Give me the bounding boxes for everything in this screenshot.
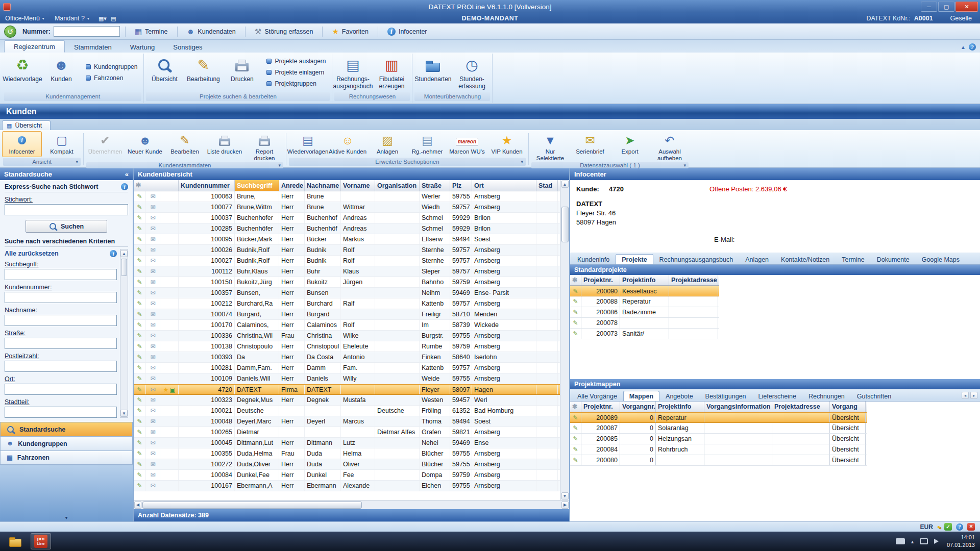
horizontal-scrollbar[interactable]: ◀ ▶: [134, 500, 569, 509]
customer-row[interactable]: ✎✉100048Deyerl,MarcHerrDeyerlMarcusThoma…: [134, 416, 560, 427]
scrollbar-thumb[interactable]: [561, 207, 569, 242]
ribbon-tab-sonstiges[interactable]: Sonstiges: [164, 41, 211, 53]
info-icon[interactable]: i: [121, 183, 128, 190]
scroll-left-icon[interactable]: ◀: [134, 502, 141, 509]
sp-column-projektadresse[interactable]: Projektadresse: [669, 275, 718, 285]
customer-row[interactable]: ✎✉100109Daniels,WillHerrDanielsWillyWeid…: [134, 373, 560, 384]
sidebar-nav-standardsuche[interactable]: Standardsuche: [0, 422, 133, 436]
quickbar-button-favoriten[interactable]: ★Favoriten: [328, 25, 373, 38]
toolbar-button-auswahl-aufheben[interactable]: ↶Auswahl aufheben: [650, 131, 690, 162]
close-icon[interactable]: ✕: [955, 2, 978, 12]
ribbon-button-wiedervorlage[interactable]: ♻Wiedervorlage: [3, 54, 42, 91]
office-menu[interactable]: Office-Menü▾: [0, 13, 50, 23]
infocenter-tab-projekte[interactable]: Projekte: [616, 254, 653, 264]
customer-row[interactable]: ✎✉100112Buhr,KlausHerrBuhrKlausSleper597…: [134, 266, 560, 277]
projektmappen-tab-lieferscheine[interactable]: Lieferscheine: [752, 391, 802, 401]
toolbar-button-neuer-kunde[interactable]: ☻Neuer Kunde: [125, 131, 165, 162]
projektmappen-tab-gutschriften[interactable]: Gutschriften: [851, 391, 897, 401]
scroll-down-icon[interactable]: ▼: [120, 410, 128, 417]
search-field-kundennummer[interactable]: [5, 292, 117, 303]
customer-row[interactable]: ✎✉★▣4720DATEXTFirmaDATEXTFleyer58097Hage…: [134, 384, 560, 395]
mandant-menu[interactable]: Mandant ?▾: [50, 13, 94, 23]
ribbon-tab-regiezentrum[interactable]: Regiezentrum: [4, 40, 65, 53]
row-mail-cell[interactable]: ✉: [146, 277, 160, 287]
toolbar-button-export[interactable]: ➤Export: [610, 131, 650, 162]
row-edit-cell[interactable]: ✎: [134, 256, 146, 266]
row-mail-cell[interactable]: ✉: [146, 223, 160, 234]
ribbon-button-stunden-erfassung[interactable]: ◷Stunden-erfassung: [452, 54, 491, 91]
row-mail-cell[interactable]: ✉: [146, 341, 160, 352]
ribbon-tab-stammdaten[interactable]: Stammdaten: [65, 41, 121, 53]
pm-column-vorgang[interactable]: Vorgang: [830, 402, 866, 412]
customer-row[interactable]: ✎✉100357Bunsen,HerrBunsenNeihm59469Ense-…: [134, 288, 560, 298]
projektmappen-tab-alle-vorgaenge[interactable]: Alle Vorgänge: [571, 391, 623, 401]
row-edit-cell[interactable]: ✎: [134, 266, 146, 277]
row-edit-cell[interactable]: ✎: [134, 309, 146, 319]
customer-row[interactable]: ✎✉100045Dittmann,LutHerrDittmannLutzNehe…: [134, 438, 560, 448]
column-header-plz[interactable]: Plz: [450, 180, 472, 191]
taskbar-proline-button[interactable]: proLine: [31, 533, 51, 549]
row-edit-cell[interactable]: ✎: [134, 298, 146, 309]
row-mail-cell[interactable]: ✉: [146, 234, 160, 244]
sp-config-cell[interactable]: ✱: [570, 275, 581, 285]
row-mail-cell[interactable]: ✉: [146, 373, 160, 384]
row-mail-cell[interactable]: ✉: [146, 309, 160, 319]
column-header-kundennummer[interactable]: Kundennummer: [179, 180, 235, 191]
customer-row[interactable]: ✎✉100063Brune,HerrBruneWerler59755Arnsbe…: [134, 191, 560, 202]
ribbon-button-kunden[interactable]: ☻Kunden: [42, 54, 81, 91]
toolbar-button-rg-nehmer[interactable]: ▤Rg.-nehmer: [407, 131, 447, 157]
toolbar-button-kompakt[interactable]: ▢Kompakt: [42, 131, 82, 157]
row-edit-cell[interactable]: ✎: [134, 363, 146, 373]
projektmappen-tab-mappen[interactable]: Mappen: [623, 391, 659, 401]
row-edit-cell[interactable]: ✎: [570, 455, 581, 465]
customer-row[interactable]: ✎✉100021DeutscheDeutscheFröling61352Bad …: [134, 406, 560, 416]
toolbar-button-wiedervorlagen[interactable]: ▤Wiedervorlagen: [288, 131, 328, 157]
grid-config-cell[interactable]: ✱: [134, 180, 179, 191]
row-edit-cell[interactable]: ✎: [134, 373, 146, 384]
sp-column-projektnr[interactable]: Projektnr.: [581, 275, 620, 285]
row-edit-cell[interactable]: ✎: [570, 444, 581, 455]
project-row[interactable]: ✎200088Reperatur: [570, 296, 719, 307]
row-edit-cell[interactable]: ✎: [570, 318, 581, 328]
ribbon-item-fahrzonen[interactable]: Fahrzonen: [86, 74, 137, 82]
sidebar-nav-fahrzonen[interactable]: ▦Fahrzonen: [0, 450, 133, 465]
row-edit-cell[interactable]: ✎: [570, 296, 581, 307]
project-row[interactable]: ✎200090Kesseltausc: [570, 286, 719, 296]
toolbar-button-nur-selektierte[interactable]: ▼Nur Selektierte: [530, 131, 570, 162]
vorgang-row[interactable]: ✎2000890ReperaturÜbersicht: [570, 412, 867, 423]
customer-row[interactable]: ✎✉100336Christina,WilFrauChristinaWilkeB…: [134, 331, 560, 341]
column-header-ort[interactable]: Ort: [472, 180, 536, 191]
vertical-scrollbar[interactable]: ▲ ▼: [560, 180, 569, 500]
row-edit-cell[interactable]: ✎: [134, 481, 146, 491]
search-field-strasse[interactable]: [5, 338, 117, 349]
ribbon-item-projektgruppen[interactable]: Projektgruppen: [266, 80, 326, 87]
clock[interactable]: 14:01 07.01.2013: [947, 534, 975, 549]
toolbar-button-bearbeiten[interactable]: ✎Bearbeiten: [165, 131, 205, 162]
project-row[interactable]: ✎200078: [570, 318, 719, 329]
vorgang-row[interactable]: ✎2000800Übersicht: [570, 455, 867, 466]
display-icon[interactable]: [920, 538, 928, 544]
row-edit-cell[interactable]: ✎: [134, 385, 146, 394]
infocenter-tab-rechnungsausgangsbuch[interactable]: Rechnungsausgangsbuch: [653, 254, 740, 264]
vorgang-row[interactable]: ✎2000870SolaranlagÜbersicht: [570, 423, 867, 434]
ribbon-item-kundengruppen[interactable]: Kundengruppen: [86, 63, 137, 70]
row-mail-cell[interactable]: ✉: [146, 288, 160, 298]
row-mail-cell[interactable]: ✉: [146, 481, 160, 491]
row-edit-cell[interactable]: ✎: [134, 395, 146, 405]
row-mail-cell[interactable]: ✉: [146, 298, 160, 309]
row-mail-cell[interactable]: ✉: [146, 459, 160, 469]
row-edit-cell[interactable]: ✎: [134, 320, 146, 330]
ribbon-tab-wartung[interactable]: Wartung: [121, 41, 164, 53]
row-edit-cell[interactable]: ✎: [570, 286, 581, 296]
project-row[interactable]: ✎200073Sanitär/: [570, 329, 719, 339]
chevron-down-icon[interactable]: ▾: [521, 159, 523, 164]
row-edit-cell[interactable]: ✎: [134, 416, 146, 427]
customer-row[interactable]: ✎✉100138ChristopouloHerrChristopoulEhele…: [134, 341, 560, 352]
pm-column-projektinfo[interactable]: Projektinfo: [656, 402, 704, 412]
toolbar-button-aktive-kunden[interactable]: ☺Aktive Kunden: [328, 131, 368, 157]
customer-row[interactable]: ✎✉100212Burchard,RaHerrBurchardRalfKatte…: [134, 298, 560, 309]
toolbar-button-serienbrief[interactable]: ✉Serienbrief: [570, 131, 610, 162]
help-icon[interactable]: ?: [969, 43, 976, 51]
row-edit-cell[interactable]: ✎: [134, 288, 146, 298]
row-edit-cell[interactable]: ✎: [570, 329, 581, 339]
